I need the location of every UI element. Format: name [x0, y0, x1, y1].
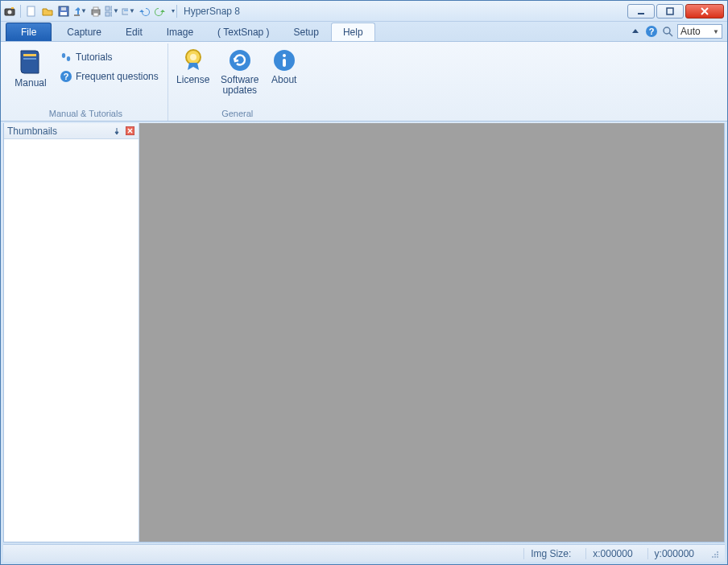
status-y: y:000000	[647, 548, 701, 559]
dropdown-arrow-icon: ▼	[713, 28, 719, 35]
window-controls	[627, 4, 726, 19]
svg-rect-26	[23, 58, 36, 60]
thumbnails-icon[interactable]: ▼	[105, 4, 119, 19]
help-icon[interactable]: ?	[645, 25, 658, 38]
resize-grip-icon[interactable]	[709, 548, 720, 559]
dropdown-arrow-icon: ▼	[81, 7, 87, 14]
updates-label: Softwareupdates	[221, 75, 259, 96]
maximize-button[interactable]	[656, 4, 684, 19]
collapse-ribbon-icon[interactable]	[629, 25, 642, 38]
scanner-icon[interactable]: ▼	[121, 4, 135, 19]
tutorials-button[interactable]: Tutorials	[56, 48, 163, 66]
open-icon[interactable]	[40, 4, 55, 19]
group-label: General	[173, 107, 302, 121]
book-icon	[18, 47, 43, 76]
svg-point-42	[717, 554, 718, 555]
group-label: Manual & Tutorials	[9, 107, 163, 121]
svg-rect-7	[74, 14, 80, 16]
tabstrip-right: ? Auto▼	[629, 22, 727, 41]
tab-textsnap[interactable]: ( TextSnap )	[205, 23, 281, 41]
faq-button[interactable]: ? Frequent questions	[56, 68, 163, 85]
svg-text:?: ?	[649, 27, 655, 36]
svg-rect-11	[105, 6, 110, 10]
separator	[176, 5, 177, 18]
tab-setup[interactable]: Setup	[282, 23, 331, 41]
upload-icon[interactable]: ▼	[72, 4, 87, 19]
tab-help[interactable]: Help	[331, 23, 375, 41]
zoom-combo[interactable]: Auto▼	[677, 24, 722, 39]
svg-line-24	[669, 33, 672, 36]
zoom-value: Auto	[680, 26, 701, 37]
redo-icon[interactable]	[153, 4, 168, 19]
dropdown-arrow-icon: ▼	[113, 7, 119, 14]
svg-rect-15	[122, 9, 128, 14]
svg-rect-12	[111, 6, 112, 10]
svg-point-41	[714, 554, 716, 555]
svg-rect-6	[61, 7, 66, 10]
svg-point-45	[717, 556, 718, 558]
svg-point-27	[62, 53, 65, 58]
svg-text:?: ?	[64, 72, 69, 81]
svg-rect-9	[93, 7, 98, 10]
svg-rect-18	[667, 8, 673, 14]
faq-label: Frequent questions	[76, 71, 159, 82]
quick-access-toolbar: ▼ ▼ ▼ ▾	[2, 4, 175, 19]
info-circle-icon	[271, 47, 297, 73]
camera-icon[interactable]	[2, 4, 17, 19]
minimize-button[interactable]	[627, 4, 655, 19]
tab-image[interactable]: Image	[155, 23, 205, 41]
tab-capture[interactable]: Capture	[55, 23, 114, 41]
status-imgsize: Img Size:	[523, 548, 577, 559]
new-icon[interactable]	[24, 4, 39, 19]
thumbnails-header: Thumbnails	[4, 123, 139, 139]
svg-rect-5	[60, 12, 67, 15]
svg-rect-10	[93, 13, 98, 16]
svg-point-43	[712, 556, 714, 558]
svg-point-23	[664, 27, 670, 34]
license-button[interactable]: License	[173, 45, 213, 88]
print-icon[interactable]	[89, 4, 103, 19]
content-area: Thumbnails	[3, 123, 725, 542]
search-icon[interactable]	[661, 25, 674, 38]
ribbon-group-manual-tutorials: Manual Tutorials ? Frequent questions Ma…	[4, 43, 168, 121]
app-title: HyperSnap 8	[184, 6, 240, 17]
statusbar: Img Size: x:000000 y:000000	[3, 544, 725, 562]
question-circle-icon: ?	[60, 70, 72, 83]
dropdown-arrow-icon: ▼	[129, 7, 135, 14]
canvas-area[interactable]	[139, 123, 724, 542]
svg-point-28	[67, 56, 70, 61]
svg-rect-2	[11, 7, 14, 9]
thumbnails-body[interactable]	[4, 139, 139, 542]
tab-file[interactable]: File	[6, 23, 52, 41]
software-updates-button[interactable]: Softwareupdates	[217, 45, 263, 98]
thumbnails-title: Thumbnails	[7, 126, 57, 137]
separator	[20, 5, 21, 18]
titlebar: ▼ ▼ ▼ ▾ HyperSnap 8	[1, 1, 727, 22]
svg-point-40	[717, 551, 718, 553]
manual-label: Manual	[14, 78, 46, 89]
about-label: About	[271, 75, 296, 85]
pin-icon[interactable]	[111, 126, 122, 137]
refresh-circle-icon	[227, 47, 253, 73]
svg-rect-14	[111, 12, 112, 16]
footsteps-icon	[60, 51, 72, 64]
qat-customize-dropdown[interactable]: ▾	[172, 7, 175, 14]
svg-rect-25	[23, 54, 36, 56]
svg-rect-3	[27, 6, 35, 16]
save-icon[interactable]	[56, 4, 71, 19]
svg-rect-36	[283, 59, 286, 67]
license-label: License	[176, 75, 209, 85]
close-button[interactable]	[685, 4, 724, 19]
svg-point-32	[190, 54, 196, 60]
svg-rect-13	[105, 12, 110, 16]
svg-point-33	[230, 50, 250, 71]
tab-edit[interactable]: Edit	[114, 23, 155, 41]
award-icon	[180, 47, 206, 73]
ribbon-group-general: License Softwareupdates About General	[168, 43, 307, 121]
close-panel-icon[interactable]	[124, 126, 135, 137]
undo-icon[interactable]	[137, 4, 151, 19]
about-button[interactable]: About	[267, 45, 302, 88]
ribbon-tabs: File Capture Edit Image ( TextSnap ) Set…	[1, 22, 727, 41]
manual-button[interactable]: Manual	[9, 45, 52, 91]
svg-point-1	[8, 10, 12, 14]
